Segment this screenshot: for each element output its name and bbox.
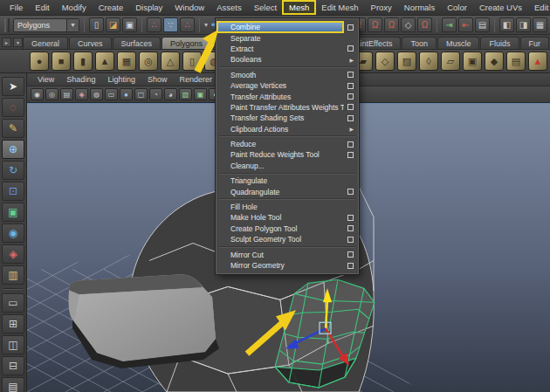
shelf-item-icon[interactable]: ▲ — [528, 52, 547, 71]
mesh-menu-item[interactable]: Triangulate ▶ — [217, 175, 358, 186]
menubar-item[interactable]: Mesh — [283, 1, 315, 14]
panel-menu-item[interactable]: Show — [142, 75, 173, 84]
menubar-item[interactable]: Edit UVs — [528, 1, 550, 14]
layout-button[interactable]: ⊟ — [2, 356, 24, 375]
option-box-icon[interactable] — [347, 225, 354, 231]
menubar-item[interactable]: Normals — [398, 1, 441, 14]
panel-toolbar-icon[interactable]: ▤ — [60, 88, 73, 100]
option-box-icon[interactable] — [347, 72, 354, 78]
shelf-item-icon[interactable]: ▨ — [397, 52, 416, 71]
mesh-menu-item[interactable]: Mirror Cut ▶ — [217, 249, 358, 259]
option-box-icon[interactable] — [347, 263, 354, 269]
tool-button[interactable]: ▥ — [2, 265, 24, 285]
mesh-menu-item[interactable]: Mirror Geometry ▶ — [217, 260, 358, 271]
panel-toolbar-icon[interactable]: ◕ — [164, 88, 177, 100]
layout-button[interactable]: ▤ — [2, 377, 24, 392]
history-icon[interactable]: ⇤ — [458, 17, 473, 32]
mesh-menu-item[interactable]: Create Polygon Tool ▶ — [217, 224, 358, 234]
mesh-menu-item[interactable]: Sculpt Geometry Tool ▶ — [217, 234, 358, 244]
menubar-item[interactable]: Create — [93, 1, 130, 14]
mesh-menu-item[interactable]: Transfer Shading Sets ▶ — [217, 113, 358, 123]
mesh-menu-item[interactable]: Clipboard Actions ▶ — [217, 124, 358, 134]
panel-toolbar-icon[interactable]: ▢ — [134, 88, 148, 100]
shelf-tab-menu-icon[interactable]: ▸ — [2, 38, 11, 47]
option-box-icon[interactable] — [347, 104, 354, 110]
panel-toolbar-icon[interactable]: ◈ — [75, 88, 88, 100]
panel-toolbar-icon[interactable]: ▧ — [179, 88, 192, 100]
option-box-icon[interactable] — [347, 237, 354, 243]
panel-toolbar-icon[interactable]: ▭ — [105, 88, 118, 100]
shelf-item-icon[interactable]: ◎ — [139, 52, 158, 71]
shelf-item-icon[interactable]: ▤ — [506, 52, 526, 71]
snap-icon[interactable]: Ω — [368, 17, 382, 32]
menubar-item[interactable]: Edit — [29, 1, 55, 14]
layout-button[interactable]: ▭ — [2, 293, 24, 313]
tool-button[interactable]: ➤ — [2, 77, 24, 96]
selection-mask-icon[interactable]: ∵ — [163, 17, 178, 32]
mesh-menu-item[interactable]: Reduce ▶ — [217, 139, 358, 149]
panel-toolbar-icon[interactable]: ● — [120, 88, 133, 100]
shelf-item-icon[interactable]: ◇ — [375, 52, 395, 71]
tool-button[interactable]: ⊕ — [2, 140, 24, 159]
option-box-icon[interactable] — [347, 251, 354, 258]
shelf-tab[interactable]: General — [23, 37, 68, 49]
mesh-menu-item[interactable]: Paint Reduce Weights Tool ▶ — [217, 149, 358, 160]
mesh-menu-item[interactable]: Transfer Attributes ▶ — [217, 91, 358, 101]
layout-button[interactable]: ◫ — [2, 335, 24, 354]
render-icon[interactable]: ◨ — [516, 17, 531, 32]
tool-button[interactable]: ◈ — [2, 244, 24, 264]
panel-menu-item[interactable]: Shading — [61, 75, 100, 84]
mesh-menu-item[interactable]: Make Hole Tool ▶ — [217, 212, 358, 223]
chevron-down-icon[interactable]: ▼ — [66, 19, 79, 31]
shelf-item-icon[interactable]: ▮ — [73, 52, 93, 71]
menu-set-dropdown[interactable]: Polygons ▼ — [13, 18, 79, 32]
panel-toolbar-icon[interactable]: ▣ — [194, 88, 207, 100]
shelf-item-icon[interactable]: ▣ — [463, 52, 482, 71]
menubar-item[interactable]: Display — [129, 1, 168, 14]
shelf-tab[interactable]: Surfaces — [113, 37, 162, 49]
panel-menu-item[interactable]: View — [32, 75, 59, 84]
shelf-tab-menu-icon[interactable]: ▾ — [13, 38, 23, 47]
option-box-icon[interactable] — [347, 115, 354, 121]
render-icon[interactable]: ◧ — [499, 17, 514, 32]
menubar-item[interactable]: Edit Mesh — [315, 1, 364, 14]
shelf-tab[interactable]: Toon — [402, 37, 437, 49]
panel-toolbar-icon[interactable]: ◎ — [45, 88, 58, 100]
mesh-menu-item[interactable]: Smooth ▶ — [217, 70, 358, 80]
shelf-item-icon[interactable]: ▲ — [95, 52, 114, 71]
shelf-item-icon[interactable]: ■ — [52, 52, 71, 71]
panel-menu-item[interactable]: Lighting — [102, 75, 141, 84]
option-box-icon[interactable] — [347, 93, 354, 100]
mesh-menu-item[interactable]: Combine ▶ — [217, 22, 358, 32]
shelf-item-icon[interactable]: ◆ — [485, 52, 504, 71]
option-box-icon[interactable] — [347, 141, 354, 148]
option-box-icon[interactable] — [347, 152, 354, 158]
history-icon[interactable]: ▤ — [475, 17, 490, 32]
mesh-menu-item[interactable]: Separate ▶ — [217, 32, 358, 43]
shelf-item-icon[interactable]: ▱ — [441, 52, 460, 71]
option-box-icon[interactable] — [347, 83, 354, 89]
option-box-icon[interactable] — [347, 45, 354, 52]
shelf-tab[interactable]: Fur — [520, 37, 550, 49]
snap-icon[interactable]: Ω — [384, 17, 399, 32]
tool-button[interactable]: ✎ — [2, 119, 24, 138]
mesh-menu-item[interactable]: Paint Transfer Attributes Weights Tool ▶ — [217, 102, 358, 113]
shelf-tab[interactable]: Muscle — [437, 37, 480, 49]
tool-button[interactable]: ↻ — [2, 161, 24, 180]
menubar-item[interactable]: File — [3, 1, 29, 14]
panel-toolbar-icon[interactable]: ◍ — [90, 88, 103, 100]
render-icon[interactable]: ▦ — [533, 17, 547, 32]
history-icon[interactable]: ⇥ — [442, 17, 457, 32]
mesh-menu-item[interactable]: Booleans ▶ — [217, 54, 358, 65]
mesh-menu-item[interactable]: Extract ▶ — [217, 44, 358, 54]
mesh-menu-item[interactable]: Cleanup... ▶ — [217, 161, 358, 171]
mesh-menu-item[interactable]: Fill Hole ▶ — [217, 202, 358, 212]
shelf-item-icon[interactable]: △ — [161, 52, 180, 71]
statusline-icon[interactable]: ▣ — [122, 17, 137, 32]
shelf-item-icon[interactable]: ● — [30, 52, 49, 71]
tool-button[interactable]: ◉ — [2, 224, 24, 243]
menubar-item[interactable]: Proxy — [365, 1, 398, 14]
menubar-item[interactable]: Create UVs — [473, 1, 528, 14]
shelf-tab[interactable]: Curves — [69, 37, 112, 49]
snap-icon[interactable]: ◇ — [401, 17, 416, 32]
